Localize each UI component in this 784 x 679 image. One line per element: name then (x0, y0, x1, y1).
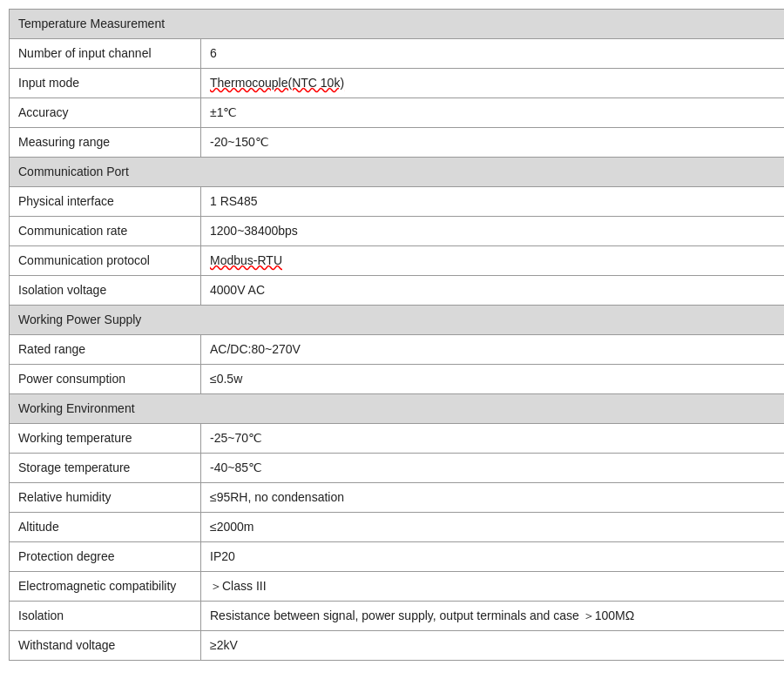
row-label: Accuracy (10, 98, 201, 128)
table-row: IsolationResistance between signal, powe… (10, 602, 785, 631)
row-label: Withstand voltage (10, 631, 201, 661)
row-value: ≤95RH, no condensation (201, 483, 785, 513)
table-row: Relative humidity≤95RH, no condensation (10, 483, 785, 513)
row-value: ±1℃ (201, 98, 785, 128)
row-value: IP20 (201, 542, 785, 572)
table-row: Input modeThermocouple(NTC 10k) (10, 69, 785, 98)
row-value: Modbus-RTU (201, 246, 785, 276)
row-label: Working temperature (10, 424, 201, 454)
row-label: Power consumption (10, 365, 201, 394)
table-row: Measuring range-20~150℃ (10, 128, 785, 158)
table-row: Communication protocolModbus-RTU (10, 246, 785, 276)
row-label: Measuring range (10, 128, 201, 158)
row-value: Resistance between signal, power supply,… (201, 602, 785, 631)
table-row: Power consumption≤0.5w (10, 365, 785, 394)
row-value: 4000V AC (201, 276, 785, 306)
table-row: Isolation voltage4000V AC (10, 276, 785, 306)
table-row: Accuracy±1℃ (10, 98, 785, 128)
row-label: Communication rate (10, 217, 201, 246)
row-value: -40~85℃ (201, 454, 785, 483)
row-label: Altitude (10, 513, 201, 542)
row-label: Physical interface (10, 187, 201, 217)
spec-table: Temperature MeasurementNumber of input c… (9, 9, 784, 661)
table-row: Number of input channel6 (10, 39, 785, 69)
table-row: Working temperature-25~70℃ (10, 424, 785, 454)
row-value: 1 RS485 (201, 187, 785, 217)
section-header-cell: Temperature Measurement (10, 10, 785, 39)
row-value: -25~70℃ (201, 424, 785, 454)
row-value: AC/DC:80~270V (201, 335, 785, 365)
section-header-row: Temperature Measurement (10, 10, 785, 39)
section-header-cell: Working Environment (10, 394, 785, 424)
table-row: Altitude≤2000m (10, 513, 785, 542)
section-header-cell: Working Power Supply (10, 306, 785, 335)
section-header-row: Working Power Supply (10, 306, 785, 335)
row-label: Isolation (10, 602, 201, 631)
row-label: Electromagnetic compatibility (10, 572, 201, 602)
table-row: Physical interface1 RS485 (10, 187, 785, 217)
row-value: 6 (201, 39, 785, 69)
row-label: Rated range (10, 335, 201, 365)
row-label: Storage temperature (10, 454, 201, 483)
row-value: 1200~38400bps (201, 217, 785, 246)
table-row: Electromagnetic compatibility＞Class III (10, 572, 785, 602)
row-label: Number of input channel (10, 39, 201, 69)
section-header-cell: Communication Port (10, 158, 785, 187)
row-value: ＞Class III (201, 572, 785, 602)
row-value: ≤0.5w (201, 365, 785, 394)
row-label: Input mode (10, 69, 201, 98)
row-value: -20~150℃ (201, 128, 785, 158)
row-label: Isolation voltage (10, 276, 201, 306)
row-value: ≤2000m (201, 513, 785, 542)
table-row: Communication rate1200~38400bps (10, 217, 785, 246)
table-row: Rated rangeAC/DC:80~270V (10, 335, 785, 365)
row-label: Communication protocol (10, 246, 201, 276)
row-label: Protection degree (10, 542, 201, 572)
section-header-row: Communication Port (10, 158, 785, 187)
row-label: Relative humidity (10, 483, 201, 513)
row-value: Thermocouple(NTC 10k) (201, 69, 785, 98)
section-header-row: Working Environment (10, 394, 785, 424)
table-row: Protection degreeIP20 (10, 542, 785, 572)
table-row: Withstand voltage≥2kV (10, 631, 785, 661)
table-row: Storage temperature-40~85℃ (10, 454, 785, 483)
row-value: ≥2kV (201, 631, 785, 661)
